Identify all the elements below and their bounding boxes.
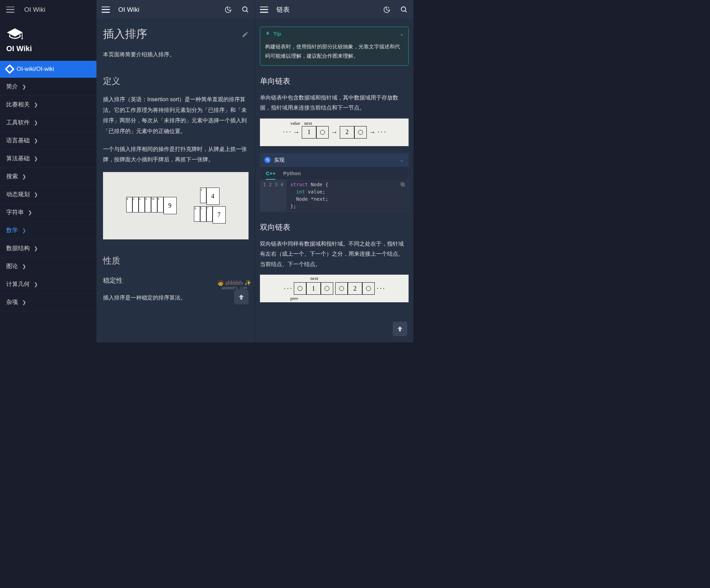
def-paragraph-1: 插入排序（英语：Insertion sort）是一种简单直观的排序算法。它的工作… [103,94,249,136]
chevron-right-icon: ❯ [22,264,26,269]
sidebar-item[interactable]: 动态规划❯ [0,186,96,203]
sidebar-item[interactable]: OI-wiki/OI-wiki [0,61,96,78]
single-paragraph: 单向链表中包含数据域和指针域，其中数据域用于存放数据，指针域用来连接当前结点和下… [260,93,409,113]
edit-icon[interactable] [242,28,249,41]
menu-icon[interactable] [6,7,15,13]
tip-header[interactable]: Tip ⌄ [260,27,408,40]
sidebar-nav: OI-wiki/OI-wiki简介❯比赛相关❯工具软件❯语言基础❯算法基础❯搜索… [0,61,96,311]
right-appbar: 链表 [255,0,413,19]
chevron-right-icon: ❯ [34,156,38,161]
theme-toggle-icon[interactable] [382,5,391,14]
card: 2 [132,197,139,212]
tab-cpp[interactable]: C++ [266,170,275,180]
chevron-right-icon: ❯ [34,282,38,287]
sidebar-item-label: 语言基础 [6,136,30,144]
section-doubly-linked-list: 双向链表 [260,222,409,233]
sidebar-item-label: 算法基础 [6,154,30,162]
sidebar-item-label: 字符串 [6,208,24,216]
topbar-title: OI Wiki [24,6,45,13]
menu-icon[interactable] [260,7,268,13]
chevron-right-icon: ❯ [34,192,38,197]
sidebar-item[interactable]: 工具软件❯ [0,114,96,132]
sidebar-item[interactable]: 计算几何❯ [0,275,96,293]
svg-line-4 [246,10,248,12]
search-icon[interactable] [400,5,409,14]
brand-area: OI Wiki [0,19,96,57]
page-title: 插入排序 [103,27,249,42]
card: 8 [126,197,132,212]
fire-icon [264,30,270,37]
implementation-header[interactable]: ✎ 实现 ⌄ [260,153,408,167]
scroll-top-button[interactable] [234,290,249,304]
intro-paragraph: 本页面将简要介绍插入排序。 [103,49,249,60]
sidebar-item[interactable]: 数学❯ [0,221,96,239]
card: 9 [157,197,164,212]
watermark: 🧒 ahhhhfs ✨ AHHHHFS.COM [217,279,251,291]
code-tabs: C++ Python [260,167,408,180]
svg-line-6 [405,10,407,12]
search-icon[interactable] [241,5,250,14]
pencil-circle-icon: ✎ [264,157,271,163]
chevron-down-icon[interactable]: ⌄ [400,31,404,37]
section-singly-linked-list: 单向链表 [260,76,409,86]
card: 3 [145,197,151,212]
copy-icon[interactable] [400,182,405,188]
sidebar-item-label: 数学 [6,226,18,234]
svg-point-5 [401,7,406,11]
sidebar-item-label: 比赛相关 [6,101,30,108]
chevron-down-icon[interactable]: ⌄ [400,157,404,163]
chevron-right-icon: ❯ [22,228,26,233]
sidebar-item-label: 数据结构 [6,244,30,252]
singly-linked-list-diagram: valuenext · · · → 1 → 2 → · · · [260,118,409,146]
sidebar-item[interactable]: 搜索❯ [0,168,96,186]
sidebar-panel: OI Wiki OI Wiki OI-wiki/OI-wiki简介❯比赛相关❯工… [0,0,97,342]
double-paragraph: 双向链表中同样有数据域和指针域。不同之处在于，指针域有左右（或上一个、下一个）之… [260,239,409,269]
tip-admonition: Tip ⌄ 构建链表时，使用指针的部分比较抽象，光靠文字描述和代码可能难以理解，… [260,27,409,66]
left-topbar: OI Wiki [0,0,96,19]
logo-icon [6,28,24,41]
brand-title: OI Wiki [6,44,90,53]
card: 4 [200,188,206,203]
svg-point-2 [21,38,23,39]
sidebar-item[interactable]: 算法基础❯ [0,150,96,168]
chevron-right-icon: ❯ [34,102,38,107]
doubly-linked-list-diagram: next prev · · · 1 2 · · · [260,275,409,302]
tab-python[interactable]: Python [283,170,301,180]
mid-appbar: OI Wiki [97,0,255,19]
card: 6 [139,197,145,212]
sidebar-item-label: 动态规划 [6,190,30,198]
sidebar-item[interactable]: 字符串❯ [0,203,96,221]
appbar-title: OI Wiki [118,6,215,13]
sidebar-item-label: 工具软件 [6,118,30,126]
chevron-right-icon: ❯ [28,210,32,215]
implementation-title: 实现 [274,157,284,163]
card-big: 9 [164,197,177,214]
chevron-right-icon: ❯ [34,246,38,251]
sidebar-item-label: 搜索 [6,172,18,180]
insertion-sort-illustration: 82631099 4 4 A 5 7 7 [103,172,249,239]
card: 10 [151,197,157,212]
sidebar-item[interactable]: 比赛相关❯ [0,96,96,114]
card: A [194,206,200,222]
chevron-right-icon: ❯ [34,120,38,125]
sidebar-item[interactable]: 数据结构❯ [0,239,96,257]
sidebar-item[interactable]: 图论❯ [0,257,96,275]
section-properties: 性质 [103,255,249,266]
code-text: struct Node { int value; Node *next; }; [286,180,333,211]
scroll-top-button[interactable] [393,322,407,336]
sidebar-item-label: 简介 [6,83,18,91]
sidebar-item[interactable]: 简介❯ [0,78,96,96]
menu-icon[interactable] [102,7,110,13]
sidebar-item-label: OI-wiki/OI-wiki [17,66,54,73]
theme-toggle-icon[interactable] [224,5,233,14]
svg-point-3 [243,7,247,11]
article-content: 单向链表 单向链表中包含数据域和指针域，其中数据域用于存放数据，指针域用来连接当… [255,66,413,302]
implementation-block: ✎ 实现 ⌄ C++ Python 1 2 3 4 struct Node { … [260,153,409,212]
sidebar-item-label: 杂项 [6,298,18,306]
sidebar-item[interactable]: 语言基础❯ [0,132,96,150]
sidebar-item-label: 图论 [6,262,18,270]
card: 5 [200,206,206,222]
article-panel-linked-list: 链表 Tip ⌄ 构建链表时，使用指针的部分比较抽象，光靠文字描述和代码可能难以… [255,0,413,342]
git-icon [5,64,15,74]
sidebar-item[interactable]: 杂项❯ [0,293,96,311]
